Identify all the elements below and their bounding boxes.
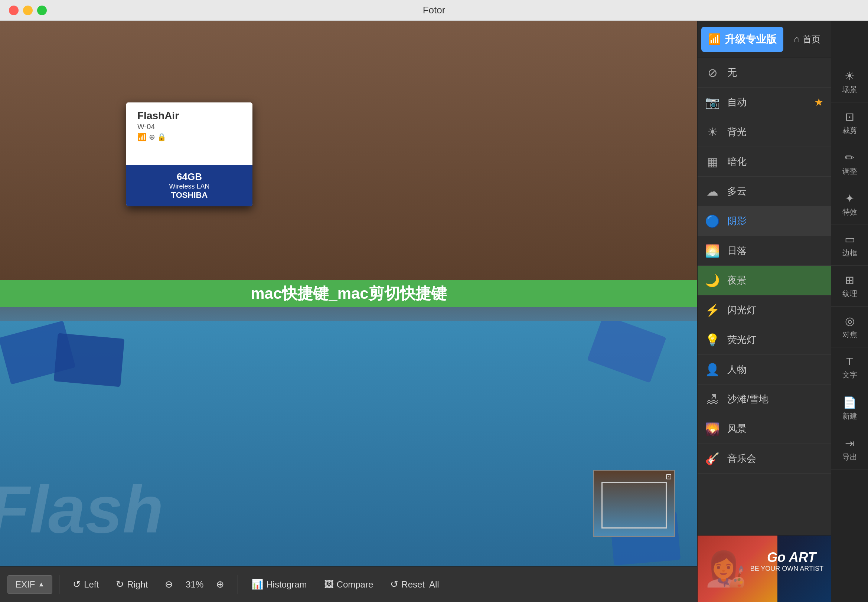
scene-item-cloudy[interactable]: ☁ 多云 xyxy=(697,177,831,206)
scene-item-fluorescent[interactable]: 💡 荧光灯 xyxy=(697,325,831,355)
side-icon-frame[interactable]: ▭ 边框 xyxy=(831,225,868,266)
scene-icon-landscape: 🌄 xyxy=(705,422,720,436)
side-icon-label-export: 导出 xyxy=(842,452,857,462)
scene-item-landscape[interactable]: 🌄 风景 xyxy=(697,414,831,444)
sd-card-wireless: Wireless LAN xyxy=(169,183,209,190)
side-icon-label-frame: 边框 xyxy=(842,248,857,258)
scene-icon-none: ⊘ xyxy=(705,66,720,80)
toolbar-separator-2 xyxy=(238,575,238,594)
rotate-left-icon: ↺ xyxy=(73,579,81,590)
side-icon-label-crop: 裁剪 xyxy=(842,126,857,135)
right-label: Right xyxy=(127,579,148,590)
zoom-out-icon: ⊖ xyxy=(165,579,173,590)
side-icon-effects[interactable]: ✦ 特效 xyxy=(831,184,868,225)
scene-item-backlight[interactable]: ☀ 背光 xyxy=(697,117,831,147)
scene-item-beach[interactable]: 🏖 沙滩/雪地 xyxy=(697,384,831,414)
histogram-label: Histogram xyxy=(266,579,307,590)
scene-label-none: 无 xyxy=(727,66,823,79)
home-button[interactable]: ⌂ 首页 xyxy=(787,27,827,52)
scene-label-portrait: 人物 xyxy=(727,363,823,376)
scene-item-portrait[interactable]: 👤 人物 xyxy=(697,355,831,384)
rotate-right-icon: ↻ xyxy=(116,579,124,590)
side-icon-new[interactable]: 📄 新建 xyxy=(831,388,868,429)
scene-label-sunset: 日落 xyxy=(727,244,823,257)
side-icon-svg-new: 📄 xyxy=(843,396,856,409)
zoom-out-button[interactable]: ⊖ xyxy=(158,575,180,594)
exif-button[interactable]: EXIF ▲ xyxy=(8,575,52,594)
right-top-bar: 📶 升级专业版 ⌂ 首页 xyxy=(697,21,831,58)
scene-item-night[interactable]: 🌙 夜景 xyxy=(697,266,831,295)
zoom-in-button[interactable]: ⊕ xyxy=(209,575,231,594)
scene-item-concert[interactable]: 🎸 音乐会 xyxy=(697,444,831,474)
scene-item-none[interactable]: ⊘ 无 xyxy=(697,58,831,88)
histogram-button[interactable]: 📊 Histogram xyxy=(245,575,313,594)
reset-button[interactable]: ↺ Reset All xyxy=(384,575,446,594)
side-icon-svg-effects: ✦ xyxy=(845,192,854,205)
side-icon-texture[interactable]: ⊞ 纹理 xyxy=(831,266,868,307)
scene-label-night: 夜景 xyxy=(727,274,823,287)
reset-label: Reset xyxy=(401,579,425,590)
scene-icon-darken: ▦ xyxy=(705,155,720,169)
left-label: Left xyxy=(84,579,99,590)
goart-subtitle: BE YOUR OWN ARTIST xyxy=(750,565,823,573)
scene-item-auto[interactable]: 📷 自动 ★ xyxy=(697,88,831,117)
histogram-icon: 📊 xyxy=(251,579,263,590)
maximize-button[interactable] xyxy=(37,6,47,15)
scene-icon-beach: 🏖 xyxy=(705,392,720,406)
side-icon-focus[interactable]: ◎ 对焦 xyxy=(831,307,868,347)
scene-label-shadow: 阴影 xyxy=(727,215,823,227)
rotate-right-button[interactable]: ↻ Right xyxy=(109,575,154,594)
side-icon-label-adjust: 调整 xyxy=(842,166,857,176)
scene-label-concert: 音乐会 xyxy=(727,452,823,465)
compare-button[interactable]: 🖼 Compare xyxy=(317,575,380,594)
scene-label-auto: 自动 xyxy=(727,96,807,109)
upgrade-icon: 📶 xyxy=(708,33,721,45)
sd-card-capacity: 64GB xyxy=(177,171,202,183)
scene-icon-auto: 📷 xyxy=(705,95,720,109)
scene-badge-auto: ★ xyxy=(814,96,823,108)
upgrade-button[interactable]: 📶 升级专业版 xyxy=(701,27,784,52)
sd-card-model: W-04 xyxy=(130,122,249,132)
side-icon-text[interactable]: T 文字 xyxy=(831,347,868,388)
side-icon-label-scene: 场景 xyxy=(842,84,857,95)
goart-banner[interactable]: 👩‍🎨 Go ART BE YOUR OWN ARTIST xyxy=(697,535,831,602)
reset-icon: ↺ xyxy=(390,579,398,590)
expand-icon: ⊡ xyxy=(666,472,672,481)
scene-item-darken[interactable]: ▦ 暗化 xyxy=(697,147,831,177)
scene-item-sunset[interactable]: 🌅 日落 xyxy=(697,236,831,266)
side-icon-label-new: 新建 xyxy=(842,411,857,421)
scene-icon-concert: 🎸 xyxy=(705,452,720,466)
sd-card-wifi: 📶 ⊕ 🔒 xyxy=(130,132,249,142)
scene-item-shadow[interactable]: 🔵 阴影 xyxy=(697,206,831,236)
image-viewer[interactable]: FlashAir W-04 📶 ⊕ 🔒 64GB Wireless LAN TO… xyxy=(0,21,697,567)
green-banner-text: mac快捷键_mac剪切快捷键 xyxy=(250,283,446,304)
close-button[interactable] xyxy=(9,6,18,15)
main-container: FlashAir W-04 📶 ⊕ 🔒 64GB Wireless LAN TO… xyxy=(0,21,868,602)
window-controls xyxy=(9,6,47,15)
thumbnail-border xyxy=(601,482,667,528)
zoom-in-icon: ⊕ xyxy=(216,579,224,590)
scene-label-backlight: 背光 xyxy=(727,126,823,138)
scene-label-fluorescent: 荧光灯 xyxy=(727,333,823,346)
scene-icon-portrait: 👤 xyxy=(705,362,720,377)
minimize-button[interactable] xyxy=(23,6,33,15)
side-icon-svg-adjust: ✏ xyxy=(845,151,854,164)
all-label: All xyxy=(429,579,439,590)
upgrade-label: 升级专业版 xyxy=(725,32,777,46)
side-icon-adjust[interactable]: ✏ 调整 xyxy=(831,143,868,184)
exif-label: EXIF xyxy=(15,579,35,590)
scene-item-flash[interactable]: ⚡ 闪光灯 xyxy=(697,295,831,325)
side-icon-export[interactable]: ⇥ 导出 xyxy=(831,429,868,470)
scene-list[interactable]: ⊘ 无 📷 自动 ★ ☀ 背光 ▦ 暗化 ☁ 多云 🔵 阴影 🌅 日落 🌙 夜景… xyxy=(697,58,831,535)
sd-card-image: FlashAir W-04 📶 ⊕ 🔒 64GB Wireless LAN TO… xyxy=(126,103,252,206)
side-icon-svg-scene: ☀ xyxy=(845,69,855,82)
scene-icon-backlight: ☀ xyxy=(705,125,720,139)
side-icon-crop[interactable]: ⊡ 裁剪 xyxy=(831,103,868,143)
titlebar: Fotor xyxy=(0,0,868,21)
flash-background: Flash xyxy=(0,321,697,567)
rotate-left-button[interactable]: ↺ Left xyxy=(66,575,106,594)
scene-icon-shadow: 🔵 xyxy=(705,214,720,228)
thumbnail-preview[interactable]: ⊡ xyxy=(593,470,675,537)
side-icon-scene[interactable]: ☀ 场景 xyxy=(831,61,868,103)
photo-canvas: FlashAir W-04 📶 ⊕ 🔒 64GB Wireless LAN TO… xyxy=(0,21,697,567)
